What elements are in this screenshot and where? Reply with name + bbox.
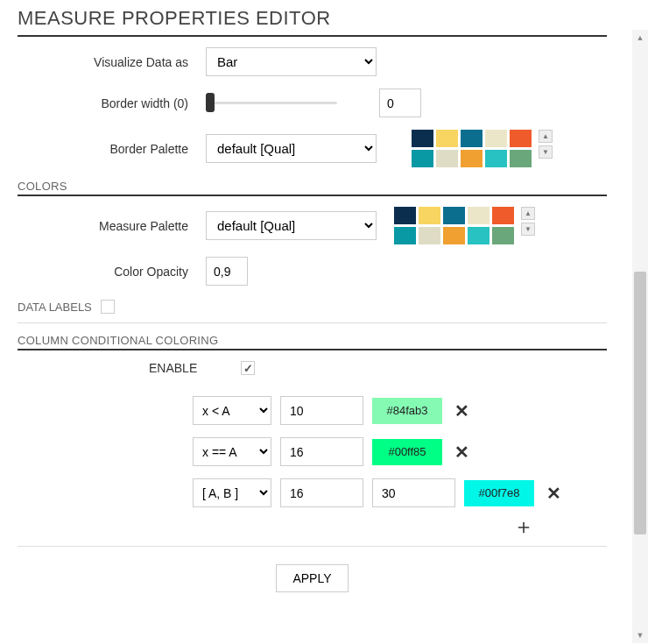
ccc-value-b[interactable] xyxy=(372,478,455,507)
slider-thumb[interactable] xyxy=(206,93,215,112)
page-title: MEASURE PROPERTIES EDITOR xyxy=(18,7,607,30)
swatch xyxy=(461,150,482,167)
ccc-color-chip[interactable]: #00f7e8 xyxy=(464,480,534,506)
ccc-enable-label: ENABLE xyxy=(149,361,197,375)
swatch xyxy=(492,227,514,244)
swatch xyxy=(419,227,440,244)
swatch xyxy=(468,227,490,244)
border-width-label: Border width (0) xyxy=(18,96,206,110)
swatch xyxy=(436,130,458,147)
chevron-down-icon[interactable]: ▼ xyxy=(521,223,535,236)
swatch xyxy=(492,207,514,224)
plus-icon[interactable]: ＋ xyxy=(508,516,607,537)
swatch xyxy=(510,130,532,147)
swatch xyxy=(443,207,465,224)
border-palette-label: Border Palette xyxy=(18,142,206,156)
swatch xyxy=(436,150,458,167)
divider xyxy=(18,349,607,350)
color-opacity-input[interactable] xyxy=(206,257,248,286)
swatch xyxy=(412,150,433,167)
ccc-color-chip[interactable]: #84fab3 xyxy=(372,398,442,424)
swatch xyxy=(485,150,507,167)
swatch xyxy=(468,207,490,224)
ccc-row: x == A #00ff85 ✕ xyxy=(193,437,607,466)
divider xyxy=(18,322,607,323)
chevron-down-icon[interactable]: ▼ xyxy=(632,627,648,643)
ccc-color-chip[interactable]: #00ff85 xyxy=(372,439,442,465)
border-palette-stepper: ▲ ▼ xyxy=(539,130,553,159)
ccc-row: [ A, B ] #00f7e8 ✕ xyxy=(193,478,607,507)
apply-button[interactable]: APPLY xyxy=(276,564,348,592)
border-palette-swatches xyxy=(412,130,532,167)
swatch xyxy=(394,207,416,224)
border-width-slider[interactable] xyxy=(206,102,337,104)
measure-palette-select[interactable]: default [Qual] xyxy=(206,211,377,240)
visualize-select[interactable]: Bar xyxy=(206,47,377,76)
swatch xyxy=(443,227,465,244)
swatch xyxy=(485,130,507,147)
ccc-op-select[interactable]: x == A xyxy=(193,437,271,466)
data-labels-label: DATA LABELS xyxy=(18,301,92,314)
chevron-down-icon[interactable]: ▼ xyxy=(539,145,553,159)
colors-section-label: COLORS xyxy=(18,180,607,193)
scrollbar-thumb[interactable] xyxy=(634,272,646,534)
swatch xyxy=(412,130,433,147)
divider xyxy=(18,35,607,37)
swatch xyxy=(394,227,416,244)
close-icon[interactable]: ✕ xyxy=(543,485,565,502)
measure-palette-label: Measure Palette xyxy=(18,219,206,233)
swatch xyxy=(461,130,482,147)
close-icon[interactable]: ✕ xyxy=(451,443,473,461)
border-width-input[interactable] xyxy=(379,88,421,117)
swatch xyxy=(510,150,532,167)
swatch xyxy=(419,207,440,224)
ccc-value-a[interactable] xyxy=(280,478,363,507)
divider xyxy=(18,195,607,196)
measure-palette-swatches xyxy=(394,207,514,244)
border-palette-select[interactable]: default [Qual] xyxy=(206,134,377,163)
color-opacity-label: Color Opacity xyxy=(18,265,206,279)
ccc-row: x < A #84fab3 ✕ xyxy=(193,396,607,425)
ccc-op-select[interactable]: [ A, B ] xyxy=(193,478,271,507)
visualize-label: Visualize Data as xyxy=(18,55,206,69)
chevron-up-icon[interactable]: ▲ xyxy=(539,130,553,143)
scrollbar[interactable]: ▲ ▼ xyxy=(632,30,648,643)
ccc-op-select[interactable]: x < A xyxy=(193,396,271,425)
divider xyxy=(18,546,607,547)
chevron-up-icon[interactable]: ▲ xyxy=(521,207,535,220)
ccc-value-a[interactable] xyxy=(280,437,363,466)
ccc-section-label: COLUMN CONDITIONAL COLORING xyxy=(18,334,607,347)
data-labels-checkbox[interactable] xyxy=(101,300,115,314)
measure-palette-stepper: ▲ ▼ xyxy=(521,207,535,236)
ccc-enable-checkbox[interactable] xyxy=(241,361,255,375)
ccc-value-a[interactable] xyxy=(280,396,363,425)
close-icon[interactable]: ✕ xyxy=(451,402,473,420)
chevron-up-icon[interactable]: ▲ xyxy=(632,30,648,46)
